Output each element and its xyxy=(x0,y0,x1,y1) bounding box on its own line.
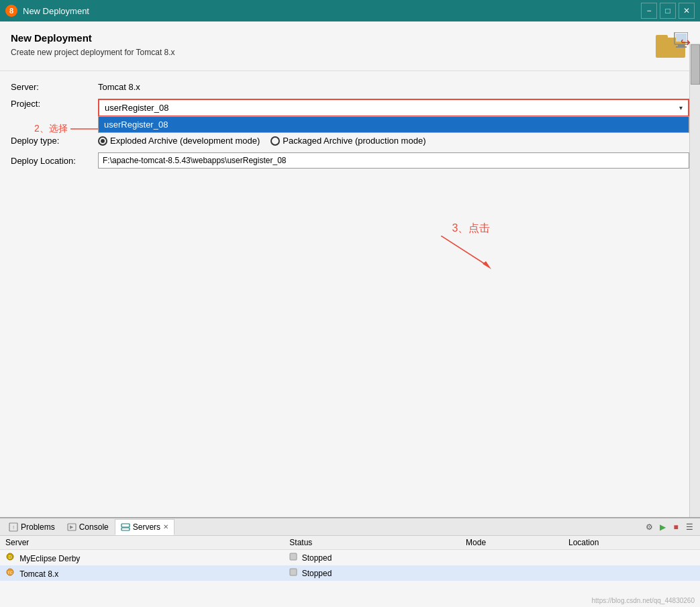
bottom-panel: ! Problems ▶ Console Servers ✕ ⚙ xyxy=(0,517,700,607)
svg-text:!: ! xyxy=(13,524,14,530)
annotation-3-container: 3、点击 xyxy=(441,222,501,276)
project-dropdown-container: 1、单击 userRegister_08 ▾ userRegister_08 2… xyxy=(98,99,689,117)
annotation-3-text: 3、点击 xyxy=(452,222,491,236)
tab-servers[interactable]: Servers ✕ xyxy=(115,519,174,535)
watermark: https://blog.csdn.net/qq_44830260 xyxy=(592,597,695,604)
project-dropdown-list: userRegister_08 xyxy=(98,116,689,133)
table-row[interactable]: TC Tomcat 8.x Stopped xyxy=(0,565,700,581)
svg-marker-9 xyxy=(483,261,491,269)
server-table: Server Status Mode Location D MyEclipse … xyxy=(0,536,700,581)
server-row: Server: Tomcat 8.x xyxy=(11,82,689,92)
dialog-window: 8 New Deployment − □ ✕ New Deployment Cr… xyxy=(0,0,700,607)
project-label: Project: xyxy=(11,99,98,109)
title-bar-icon: 8 xyxy=(5,5,17,17)
project-selected-value: userRegister_08 xyxy=(105,103,168,113)
row1-location xyxy=(563,550,700,566)
project-row: Project: 1、单击 userRegister_08 ▾ userRegi… xyxy=(11,99,689,117)
svg-text:D: D xyxy=(8,555,11,559)
row2-location xyxy=(563,565,700,581)
tab-action-settings[interactable]: ⚙ xyxy=(644,522,654,532)
col-status: Status xyxy=(284,536,460,550)
radio-packaged-circle xyxy=(270,136,280,146)
annotation-3-area: 3、点击 xyxy=(11,175,689,310)
svg-rect-1 xyxy=(656,35,668,40)
row2-status: Stopped xyxy=(284,565,460,581)
tab-console-label: Console xyxy=(79,522,109,532)
bottom-tab-actions: ⚙ ▶ ■ ☰ xyxy=(644,522,700,532)
dialog-header: New Deployment Create new project deploy… xyxy=(0,21,700,71)
title-bar-title: New Deployment xyxy=(23,6,636,16)
col-location: Location xyxy=(563,536,700,550)
tomcat-icon: TC xyxy=(5,567,15,577)
project-dropdown[interactable]: userRegister_08 ▾ xyxy=(98,99,689,117)
annotation-2-text: 2、选择 xyxy=(34,123,68,135)
annotation-3-arrow xyxy=(441,236,501,276)
dialog-header-icon: ↩ xyxy=(656,32,689,62)
maximize-button[interactable]: □ xyxy=(660,3,676,19)
svg-rect-15 xyxy=(121,528,130,530)
scrollbar-thumb xyxy=(691,44,700,85)
svg-rect-14 xyxy=(121,524,130,527)
col-server: Server xyxy=(0,536,284,550)
col-mode: Mode xyxy=(460,536,563,550)
deploy-location-row: Deploy Location: xyxy=(11,152,689,169)
tab-problems-label: Problems xyxy=(21,522,55,532)
title-bar: 8 New Deployment − □ ✕ xyxy=(0,0,700,21)
svg-text:TC: TC xyxy=(7,571,13,575)
row2-server: TC Tomcat 8.x xyxy=(0,565,284,581)
tab-action-menu[interactable]: ☰ xyxy=(684,522,695,532)
server-label: Server: xyxy=(11,82,98,92)
dialog-body: Server: Tomcat 8.x Project: 1、单击 userReg… xyxy=(0,71,700,573)
derby-icon: D xyxy=(5,552,15,561)
svg-rect-18 xyxy=(290,553,297,560)
title-bar-controls: − □ ✕ xyxy=(641,3,695,19)
tab-servers-label: Servers xyxy=(133,522,160,532)
svg-line-8 xyxy=(441,236,488,266)
dialog-subtitle: Create new project deployment for Tomcat… xyxy=(11,48,175,57)
row1-status: Stopped xyxy=(284,550,460,566)
svg-rect-21 xyxy=(290,569,297,575)
server-value: Tomcat 8.x xyxy=(98,82,140,92)
table-row: D MyEclipse Derby Stopped xyxy=(0,550,700,566)
chevron-down-icon: ▾ xyxy=(679,104,683,111)
radio-packaged[interactable]: Packaged Archive (production mode) xyxy=(270,136,426,146)
tab-servers-close[interactable]: ✕ xyxy=(163,523,168,530)
bottom-tabs: ! Problems ▶ Console Servers ✕ ⚙ xyxy=(0,518,700,536)
console-icon: ▶ xyxy=(67,522,77,532)
tab-action-run[interactable]: ▶ xyxy=(657,522,668,532)
row2-mode xyxy=(460,565,563,581)
dialog-heading: New Deployment xyxy=(11,32,175,44)
svg-text:▶: ▶ xyxy=(70,524,74,529)
scrollbar-area[interactable] xyxy=(689,43,700,517)
stop-icon-1 xyxy=(289,553,297,561)
tab-console[interactable]: ▶ Console xyxy=(61,519,115,535)
dropdown-item[interactable]: userRegister_08 xyxy=(99,117,689,132)
dialog-header-text: New Deployment Create new project deploy… xyxy=(11,32,175,57)
radio-group: Exploded Archive (development mode) Pack… xyxy=(98,136,426,146)
radio-packaged-label: Packaged Archive (production mode) xyxy=(283,136,426,146)
deploy-location-label: Deploy Location: xyxy=(11,156,98,166)
problems-icon: ! xyxy=(9,522,18,532)
tab-action-stop[interactable]: ■ xyxy=(670,522,681,532)
close-button[interactable]: ✕ xyxy=(679,3,695,19)
row1-server: D MyEclipse Derby xyxy=(0,550,284,566)
deploy-location-input[interactable] xyxy=(98,152,689,169)
stop-icon-2 xyxy=(289,568,297,576)
row1-mode xyxy=(460,550,563,566)
servers-icon xyxy=(121,522,130,532)
tab-problems[interactable]: ! Problems xyxy=(3,519,61,535)
minimize-button[interactable]: − xyxy=(641,3,657,19)
radio-exploded-label: Exploded Archive (development mode) xyxy=(110,136,260,146)
